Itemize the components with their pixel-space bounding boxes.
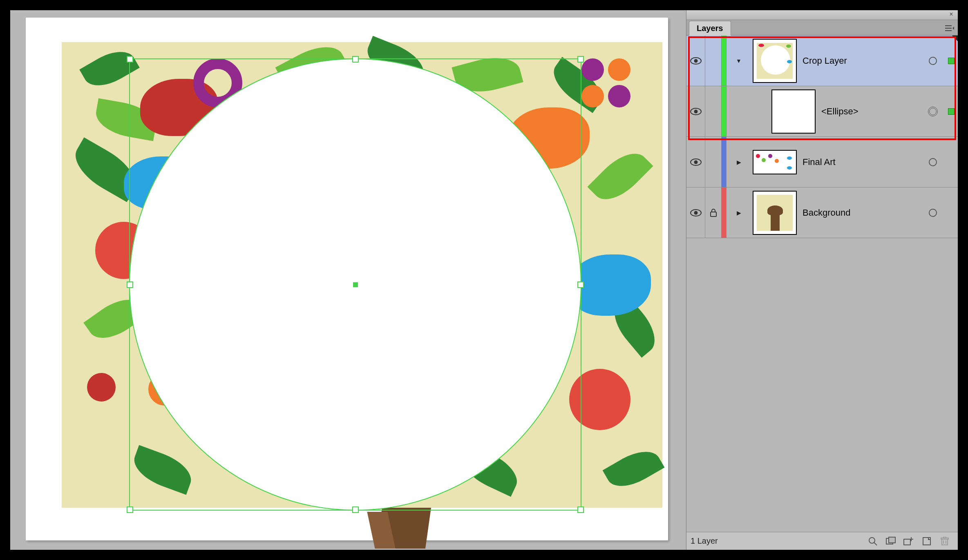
layer-thumbnail[interactable] [771,89,816,134]
apple-shape [87,373,116,402]
tab-layers[interactable]: Layers [689,21,731,36]
layer-row-background[interactable]: Background [686,187,958,238]
layer-name[interactable]: Background [803,207,921,218]
layer-color-strip [722,86,727,136]
locate-object-icon[interactable] [865,535,880,547]
trash-icon[interactable] [937,535,952,547]
visibility-toggle[interactable] [686,137,705,187]
layer-color-strip [722,187,727,238]
disclosure-toggle[interactable] [727,187,751,238]
apple-shape [569,369,630,430]
target-toggle[interactable] [921,36,945,86]
panel-menu-icon[interactable] [944,22,955,34]
layer-list: Crop Layer <Ellipse> [686,36,958,532]
new-sublayer-icon[interactable] [901,535,916,547]
layer-name[interactable]: <Ellipse> [821,106,921,117]
svg-point-3 [694,109,697,113]
lock-toggle[interactable] [705,187,722,238]
layer-thumbnail[interactable] [753,191,797,235]
footer-status: 1 Layer [691,536,718,546]
crop-ellipse[interactable] [129,58,581,511]
bird-shape [569,254,651,316]
app-workspace: × Layers [10,10,958,550]
target-toggle[interactable] [921,86,945,136]
new-layer-icon[interactable] [919,535,934,547]
svg-line-10 [874,542,877,545]
svg-rect-17 [943,537,946,538]
layer-name[interactable]: Final Art [803,157,921,167]
svg-rect-12 [889,537,895,543]
visibility-toggle[interactable] [686,86,705,136]
svg-rect-14 [923,538,930,545]
svg-point-1 [694,59,697,62]
disclosure-toggle[interactable] [727,86,751,136]
disclosure-toggle[interactable] [727,36,751,86]
panel-footer: 1 Layer [686,532,958,550]
layer-color-strip [722,137,727,187]
target-toggle[interactable] [921,187,945,238]
layer-color-strip [722,36,727,86]
svg-point-5 [694,160,697,164]
make-clipping-mask-icon[interactable] [883,535,898,547]
svg-rect-8 [711,212,716,216]
butterfly-shape [581,58,630,107]
layer-name[interactable]: Crop Layer [803,56,921,66]
selection-indicator[interactable] [945,86,958,136]
svg-point-9 [869,538,875,543]
layer-row-ellipse[interactable]: <Ellipse> [686,86,958,137]
selection-indicator[interactable] [945,137,958,187]
canvas-area[interactable] [10,10,686,550]
layer-thumbnail[interactable] [753,39,797,83]
current-layer-indicator [951,36,958,42]
lock-toggle[interactable] [705,137,722,187]
artboard[interactable] [26,18,668,540]
visibility-toggle[interactable] [686,187,705,238]
layer-row-final-art[interactable]: Final Art [686,137,958,187]
visibility-toggle[interactable] [686,36,705,86]
svg-rect-15 [942,539,948,545]
panel-tab-bar: Layers [686,20,958,36]
selection-indicator[interactable] [945,36,958,86]
svg-point-7 [694,211,697,214]
lock-toggle[interactable] [705,36,722,86]
layers-panel: × Layers [686,10,958,550]
close-icon[interactable]: × [948,11,955,18]
layer-row-crop-layer[interactable]: Crop Layer [686,36,958,86]
panel-grip-bar[interactable]: × [686,10,958,20]
target-toggle[interactable] [921,137,945,187]
selection-indicator[interactable] [945,187,958,238]
svg-rect-13 [904,539,910,545]
layer-thumbnail[interactable] [753,150,797,174]
lock-toggle[interactable] [705,86,722,136]
disclosure-toggle[interactable] [727,137,751,187]
